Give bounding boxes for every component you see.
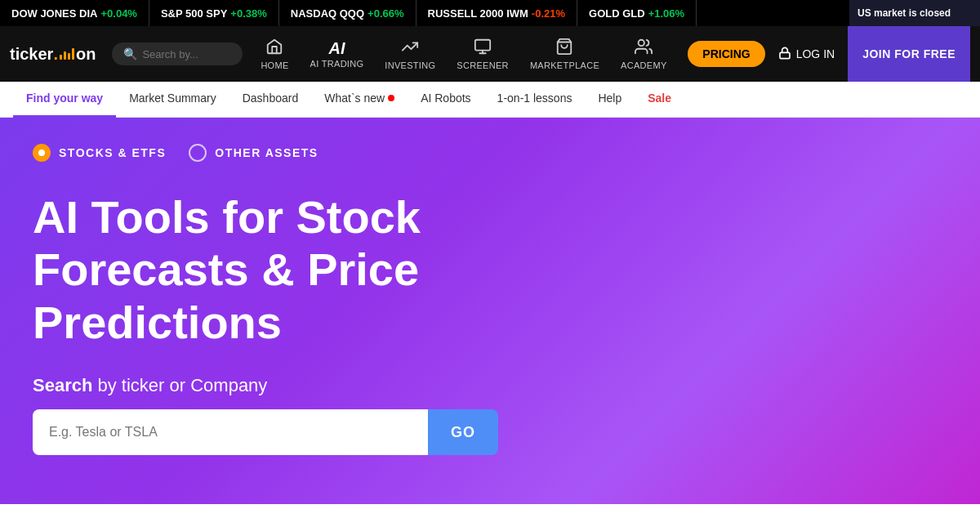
ticker-russell-label: RUSSELL 2000 IWM (428, 7, 528, 20)
nav-home[interactable]: HOME (252, 33, 296, 75)
nav-academy-label: ACADEMY (621, 60, 667, 70)
ticker-sp500-value: +0.38% (230, 7, 266, 20)
asset-toggle: STOCKS & ETFS OTHER ASSETS (33, 144, 947, 162)
ticker-russell[interactable]: RUSSELL 2000 IWM -0.21% (416, 0, 578, 26)
ticker-sp500[interactable]: S&P 500 SPY +0.38% (149, 0, 279, 26)
logo-dot: . (53, 45, 58, 64)
other-assets-radio (189, 144, 207, 162)
login-label: LOG IN (796, 47, 835, 60)
hero-search-input[interactable] (33, 409, 428, 455)
logo-suffix: on (76, 45, 96, 64)
sec-nav-market-summary[interactable]: Market Summary (116, 82, 229, 118)
secondary-nav: Find your way Market Summary Dashboard W… (0, 82, 980, 118)
go-button[interactable]: GO (428, 409, 498, 455)
svg-rect-0 (475, 40, 490, 51)
nav-home-label: HOME (261, 60, 288, 70)
nav-ai-trading[interactable]: AI AI TRADING (302, 35, 372, 74)
other-assets-option[interactable]: OTHER ASSETS (189, 144, 318, 162)
navbar-search-input[interactable] (142, 48, 232, 60)
search-label-bold: Search (33, 375, 92, 395)
market-status: US market is closed (849, 0, 980, 26)
sec-nav-1on1[interactable]: 1-on-1 lessons (484, 82, 586, 118)
sec-nav-dashboard[interactable]: Dashboard (229, 82, 312, 118)
nav-marketplace[interactable]: MARKETPLACE (522, 33, 608, 75)
navbar: ticker . on 🔍 HOME AI AI TRADING INVESTI… (0, 26, 980, 82)
search-label: Search by ticker or Company (33, 375, 947, 396)
other-assets-label: OTHER ASSETS (215, 146, 318, 159)
ticker-gold[interactable]: GOLD GLD +1.06% (577, 0, 697, 26)
ticker-dow-value: +0.04% (100, 7, 136, 20)
sec-nav-find-your-way[interactable]: Find your way (13, 82, 116, 118)
nav-investing[interactable]: INVESTING (376, 33, 443, 75)
home-icon (265, 38, 283, 58)
ticker-gold-label: GOLD GLD (589, 7, 645, 20)
logo[interactable]: ticker . on (10, 45, 96, 64)
sec-nav-ai-robots[interactable]: AI Robots (408, 82, 483, 118)
lock-icon (778, 47, 791, 62)
stocks-etfs-option[interactable]: STOCKS & ETFS (33, 144, 166, 162)
nav-marketplace-label: MARKETPLACE (530, 60, 599, 70)
hero-title: AI Tools for Stock Forecasts & Price Pre… (33, 191, 564, 349)
nav-screener[interactable]: SCREENER (448, 33, 517, 75)
navbar-search-box[interactable]: 🔍 (112, 42, 243, 65)
stocks-etfs-label: STOCKS & ETFS (59, 146, 166, 159)
nav-screener-label: SCREENER (457, 60, 509, 70)
sec-nav-help[interactable]: Help (585, 82, 635, 118)
investing-icon (401, 38, 419, 58)
logo-bar-4 (72, 48, 74, 60)
join-button[interactable]: JOIN FOR FREE (848, 26, 970, 82)
screener-icon (474, 38, 492, 58)
new-dot-indicator (388, 95, 394, 101)
svg-point-4 (639, 40, 644, 46)
login-button[interactable]: LOG IN (770, 40, 843, 69)
stocks-etfs-radio (33, 144, 51, 162)
ai-trading-icon: AI (328, 40, 345, 56)
hero-search-container: GO (33, 409, 498, 455)
nav-investing-label: INVESTING (385, 60, 435, 70)
search-label-rest: by ticker or Company (92, 375, 267, 395)
ticker-bar: DOW JONES DIA +0.04% S&P 500 SPY +0.38% … (0, 0, 980, 26)
academy-icon (635, 38, 653, 58)
ticker-russell-value: -0.21% (532, 7, 565, 20)
sec-nav-whats-new[interactable]: What`s new (311, 82, 408, 118)
logo-bar-3 (68, 53, 70, 60)
ticker-dow-label: DOW JONES DIA (11, 7, 97, 20)
logo-text: ticker (10, 45, 53, 64)
whats-new-label: What`s new (324, 92, 385, 105)
hero-section: STOCKS & ETFS OTHER ASSETS AI Tools for … (0, 118, 980, 504)
ticker-nasdaq-value: +0.66% (368, 7, 403, 20)
nav-ai-trading-label: AI TRADING (310, 59, 364, 69)
logo-bar-2 (64, 51, 66, 60)
search-icon: 🔍 (123, 47, 137, 60)
ticker-gold-value: +1.06% (648, 7, 684, 20)
logo-bars-icon (60, 48, 74, 60)
pricing-button[interactable]: PRICING (688, 41, 764, 67)
nav-academy[interactable]: ACADEMY (612, 33, 675, 75)
logo-bar-1 (60, 55, 62, 60)
ticker-sp500-label: S&P 500 SPY (161, 7, 227, 20)
ticker-nasdaq-label: NASDAQ QQQ (291, 7, 364, 20)
ticker-dow[interactable]: DOW JONES DIA +0.04% (8, 0, 149, 26)
ticker-nasdaq[interactable]: NASDAQ QQQ +0.66% (279, 0, 416, 26)
svg-rect-5 (780, 52, 790, 58)
sec-nav-sale[interactable]: Sale (635, 82, 684, 118)
marketplace-icon (555, 38, 573, 58)
